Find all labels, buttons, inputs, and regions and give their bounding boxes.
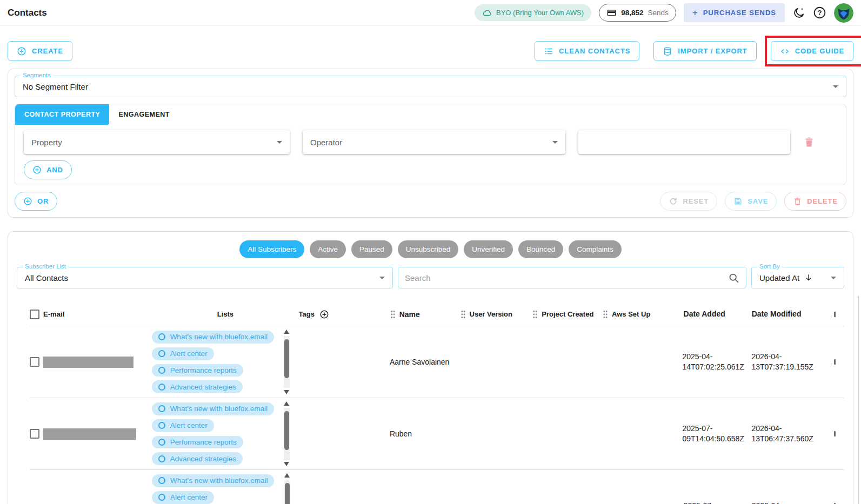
column-label: User Version [470, 310, 513, 318]
property-select[interactable]: Property [24, 130, 290, 154]
list-chip-what-s-new-with-bluefox-email[interactable]: What's new with bluefox.email [152, 331, 274, 344]
chevron-down-icon [831, 277, 836, 279]
column-header-user-version[interactable]: User Version [460, 310, 533, 319]
cut-column [822, 326, 844, 398]
status-chip-unsubscribed[interactable]: Unsubscribed [398, 240, 459, 258]
list-chip-performance-reports[interactable]: Performance reports [152, 436, 243, 449]
search-input[interactable] [405, 273, 728, 283]
column-header-name[interactable]: Name [390, 310, 460, 319]
column-label: Aws Set Up [612, 310, 650, 318]
lists-scrollbar[interactable] [283, 329, 291, 395]
condition-value-input[interactable] [578, 130, 790, 154]
plus-circle-icon [23, 197, 32, 206]
list-chip-performance-reports[interactable]: Performance reports [152, 364, 243, 377]
column-header-aws-set-up[interactable]: Aws Set Up [603, 310, 683, 319]
scroll-up-arrow[interactable] [284, 401, 289, 406]
list-chip-label: What's new with bluefox.email [170, 333, 268, 341]
status-chip-active[interactable]: Active [310, 240, 346, 258]
arrow-down-icon[interactable] [804, 273, 813, 282]
byo-aws-chip[interactable]: BYO (Bring Your Own AWS) [475, 4, 591, 21]
status-chip-unverified[interactable]: Unverified [464, 240, 513, 258]
dark-mode-toggle[interactable] [792, 6, 805, 19]
status-chip-paused[interactable]: Paused [351, 240, 392, 258]
cut-column [822, 398, 844, 469]
status-chip-bounced[interactable]: Bounced [518, 240, 563, 258]
purchase-sends-button[interactable]: + PURCHASE SENDS [684, 3, 785, 22]
column-header-project-created[interactable]: Project Created [532, 310, 603, 319]
circle-icon [158, 405, 165, 412]
column-header-e-mail[interactable]: E-mail [30, 310, 152, 319]
remove-condition-button[interactable] [803, 136, 815, 148]
circle-icon [158, 350, 165, 357]
scroll-up-arrow[interactable] [284, 473, 290, 478]
segments-select[interactable]: Segments No Segment Filter [15, 76, 846, 97]
subscriber-list-select[interactable]: Subscriber List All Contacts [17, 267, 393, 288]
chevron-down-icon [552, 141, 558, 144]
tab-engagement[interactable]: ENGAGEMENT [109, 104, 179, 125]
scrollbar-thumb[interactable] [285, 483, 290, 504]
subscriber-list-value: All Contacts [25, 273, 68, 283]
select-all-checkbox[interactable] [30, 310, 39, 319]
scrollbar-thumb[interactable] [284, 411, 289, 450]
add-circle-icon [319, 310, 329, 319]
import-export-button[interactable]: IMPORT / EXPORT [653, 41, 756, 61]
clean-contacts-button[interactable]: CLEAN CONTACTS [535, 41, 639, 61]
tab-contact-property[interactable]: CONTACT PROPERTY [15, 104, 109, 125]
search-icon[interactable] [728, 272, 739, 284]
column-label: Name [399, 310, 420, 319]
refresh-icon [669, 197, 678, 206]
list-chip-label: Alert center [170, 350, 208, 358]
code-guide-button[interactable]: CODE GUIDE [771, 41, 853, 61]
row-checkbox[interactable] [30, 429, 39, 439]
date-added-cell: 2025-07- [684, 501, 752, 504]
byo-chip-label: BYO (Bring Your Own AWS) [496, 9, 584, 17]
reset-segment-button[interactable]: RESET [660, 192, 717, 211]
sort-by-select[interactable]: Sort By Updated At [751, 267, 844, 288]
table-row: What's new with bluefox.emailAlert cente… [30, 326, 844, 398]
lists-scrollbar[interactable] [283, 473, 291, 504]
list-chip-alert-center[interactable]: Alert center [152, 491, 214, 504]
help-button[interactable]: ? [813, 6, 826, 19]
scroll-down-arrow[interactable] [284, 462, 289, 466]
add-tag-button[interactable] [319, 310, 329, 319]
create-button[interactable]: CREATE [8, 41, 72, 61]
row-checkbox[interactable] [30, 357, 39, 367]
list-chip-what-s-new-with-bluefox-email[interactable]: What's new with bluefox.email [152, 474, 274, 487]
column-drag-handle[interactable] [390, 310, 396, 319]
delete-segment-button[interactable]: DELETE [784, 192, 846, 211]
moon-icon [792, 6, 805, 19]
scroll-down-arrow[interactable] [284, 390, 289, 394]
column-header-date-added[interactable]: Date Added [684, 309, 752, 319]
operator-select[interactable]: Operator [303, 130, 565, 154]
cloud-icon [482, 8, 492, 18]
column-header-tags[interactable]: Tags [299, 310, 390, 319]
column-drag-handle[interactable] [603, 310, 608, 319]
status-chip-complaints[interactable]: Complaints [569, 240, 622, 258]
column-header-date-modified[interactable]: Date Modified [752, 309, 822, 319]
date-added-cell: 2025-04-14T07:02:25.061Z [682, 352, 751, 372]
column-drag-handle[interactable] [532, 310, 538, 319]
list-chip-alert-center[interactable]: Alert center [152, 419, 214, 432]
lists-scrollbar[interactable] [283, 401, 291, 467]
date-modified-cell: 2026-04-13T07:37:19.155Z [751, 352, 822, 372]
table-row: What's new with bluefox.emailAlert cente… [30, 470, 844, 504]
status-chip-all-subscribers[interactable]: All Subscribers [239, 240, 304, 258]
list-chip-advanced-strategies[interactable]: Advanced strategies [152, 380, 243, 393]
scrollbar-thumb[interactable] [284, 339, 289, 378]
column-header-lists[interactable]: Lists [152, 303, 298, 326]
sends-counter[interactable]: 98,852 Sends [599, 4, 676, 22]
list-chip-advanced-strategies[interactable]: Advanced strategies [152, 452, 243, 465]
user-avatar[interactable] [834, 3, 853, 23]
add-and-condition-button[interactable]: AND [24, 160, 72, 179]
list-chip-alert-center[interactable]: Alert center [152, 347, 214, 360]
contacts-panel: All SubscribersActivePausedUnsubscribedU… [8, 231, 853, 504]
list-chip-label: Alert center [170, 421, 208, 429]
column-drag-handle[interactable] [460, 310, 466, 319]
list-chip-what-s-new-with-bluefox-email[interactable]: What's new with bluefox.email [152, 402, 274, 415]
email-cell [30, 357, 152, 368]
add-or-condition-button[interactable]: OR [15, 192, 57, 211]
list-chip-label: Advanced strategies [170, 383, 236, 391]
page-scrollbar-track[interactable] [858, 296, 859, 504]
scroll-up-arrow[interactable] [284, 330, 289, 334]
save-segment-button[interactable]: SAVE [725, 192, 777, 211]
